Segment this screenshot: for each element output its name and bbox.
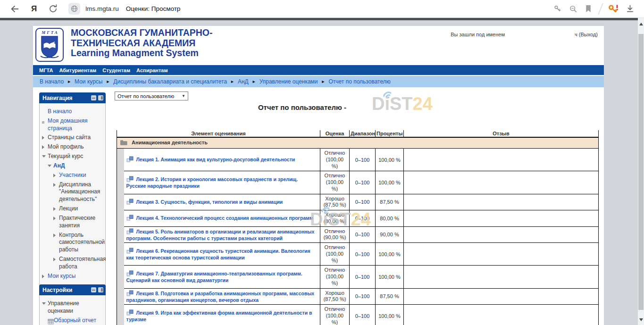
collapsed-arrow-icon[interactable] — [42, 275, 48, 278]
logo-text: МГТА — [42, 30, 59, 35]
collapsed-arrow-icon[interactable] — [53, 258, 59, 261]
grade-item-row: Лекция 9. Игра как эффективная форма ани… — [117, 305, 599, 325]
breadcrumb-separator-icon: ► — [106, 79, 110, 84]
grade-item-row: Лекция 2. История и хронология массовых … — [117, 171, 599, 194]
sidebar-item-label[interactable]: Участники — [59, 172, 86, 179]
sidebar-item-label[interactable]: Самостоятельная работа — [59, 256, 106, 271]
logout-link[interactable]: ч (Выход) — [575, 32, 598, 37]
item-cell: Лекция 4. Технологический процесс создан… — [124, 210, 320, 227]
sidebar-item-label[interactable]: Практические занятия — [59, 215, 104, 230]
sidebar-item-label[interactable]: Мой профиль — [48, 143, 84, 151]
sidebar-item-label[interactable]: Мои курсы — [48, 273, 75, 280]
grade-value: Хорошо — [323, 196, 347, 202]
refresh-icon[interactable] — [48, 4, 58, 14]
dock-block-icon[interactable] — [98, 95, 103, 100]
feedback-cell — [404, 210, 599, 227]
breadcrumb-link[interactable]: Дисциплины бакалавриата и специалитета — [113, 78, 227, 85]
collapse-block-icon[interactable] — [91, 95, 96, 100]
grade-item-link[interactable]: Лекция 1. Анимация как вид культурно-дос… — [136, 157, 295, 162]
expanded-arrow-icon[interactable] — [48, 164, 53, 167]
download-icon[interactable] — [626, 4, 635, 13]
feedback-cell — [404, 171, 599, 194]
indent-cell — [117, 305, 124, 325]
vertical-scrollbar[interactable] — [638, 18, 644, 325]
sidebar-item-label[interactable]: В начало — [48, 108, 72, 116]
breadcrumb-link[interactable]: В начало — [40, 78, 64, 85]
protect-key-icon[interactable] — [553, 5, 561, 13]
breadcrumb-link[interactable]: Управление оценками — [259, 78, 318, 85]
grade-item-link[interactable]: Лекция 7. Драматургия анимационно-театра… — [126, 271, 302, 283]
scroll-up-arrow-icon[interactable] — [639, 23, 643, 25]
url-text[interactable]: lms.mgta.ru — [85, 5, 119, 12]
breadcrumb: В начало►Мои курсы►Дисциплины бакалавриа… — [33, 76, 604, 87]
grade-item-link[interactable]: Лекция 3. Сущность, функция, типология и… — [136, 199, 283, 205]
report-type-select[interactable]: Отчет по пользователю ▼ — [115, 92, 188, 100]
top-nav: МГТААбитуриентамСтудентамАспирантам — [33, 65, 604, 75]
percent-cell: 100,00 % — [376, 149, 404, 171]
site-globe-icon[interactable] — [68, 3, 80, 15]
sidebar-item: Моя домашняя страница — [42, 117, 104, 133]
sidebar-item: Лекции — [42, 205, 104, 213]
collapsed-arrow-icon[interactable] — [53, 207, 59, 211]
indent-cell — [117, 243, 124, 266]
collapsed-arrow-icon[interactable] — [53, 174, 59, 177]
topnav-item[interactable]: Аспирантам — [136, 67, 167, 73]
range-cell: 0–100 — [350, 226, 376, 243]
lesson-icon — [126, 176, 134, 183]
collapsed-arrow-icon[interactable] — [53, 183, 59, 187]
percent-cell: 100,00 % — [376, 266, 404, 288]
topnav-item[interactable]: Студентам — [102, 67, 130, 73]
grade-item-link[interactable]: Лекция 5. Роль аниматоров в организации … — [126, 229, 315, 241]
sidebar-item-label[interactable]: Страницы сайта — [48, 134, 91, 142]
dock-block-icon[interactable] — [98, 287, 103, 292]
collapse-block-icon[interactable] — [91, 287, 96, 292]
sidebar-item-label[interactable]: Контроль самостоятельной работы — [59, 232, 105, 254]
password-alert-key-icon[interactable] — [608, 4, 618, 13]
grade-percent: (100,00 %) — [323, 251, 347, 264]
yandex-icon[interactable]: Я — [31, 4, 37, 14]
sidebar-item-label[interactable]: Обзорный отчет — [54, 317, 96, 325]
bookmark-icon[interactable] — [585, 5, 592, 13]
grade-item-link[interactable]: Лекция 2. История и хронология массовых … — [126, 176, 298, 189]
grade-item-row: Лекция 3. Сущность, функция, типология и… — [117, 194, 599, 210]
collapsed-arrow-icon[interactable] — [42, 136, 48, 140]
sidebar-item-label[interactable]: Дисциплина "Анимационная деятельность" — [59, 181, 104, 203]
sidebar-item-label[interactable]: Управление оценками — [48, 300, 104, 315]
topnav-item[interactable]: МГТА — [39, 67, 53, 73]
sidebar-item-label[interactable]: Лекции — [59, 205, 78, 213]
breadcrumb-link[interactable]: АнД — [238, 78, 249, 85]
feedback-cell — [404, 149, 599, 171]
wifi-icon — [382, 88, 395, 99]
scrollbar-thumb[interactable] — [638, 34, 644, 310]
header-percent: Проценты — [376, 130, 404, 137]
grade-item-link[interactable]: Лекция 9. Игра как эффективная форма ани… — [126, 310, 312, 322]
folder-icon — [120, 140, 127, 146]
grade-percent: (100,00 %) — [323, 179, 347, 192]
collapsed-arrow-icon[interactable] — [53, 233, 59, 237]
expanded-arrow-icon[interactable] — [42, 302, 48, 305]
breadcrumb-link[interactable]: Мои курсы — [75, 78, 102, 85]
scroll-down-arrow-icon[interactable] — [639, 318, 643, 321]
grade-item-link[interactable]: Лекция 4. Технологический процесс создан… — [136, 215, 313, 221]
grade-item-row: Лекция 1. Анимация как вид культурно-дос… — [117, 149, 599, 171]
academy-logo[interactable]: МГТА — [35, 28, 64, 62]
range-cell: 0–100 — [350, 243, 376, 266]
breadcrumb-link[interactable]: Отчет по пользователю — [329, 78, 391, 85]
grade-item-row: Лекция 7. Драматургия анимационно-театра… — [117, 266, 599, 288]
item-cell: Лекция 2. История и хронология массовых … — [124, 171, 320, 194]
back-icon[interactable] — [9, 4, 20, 14]
report-grid-icon[interactable] — [48, 319, 54, 325]
collapsed-arrow-icon[interactable] — [42, 145, 48, 149]
sidebar-item-label[interactable]: АнД — [53, 162, 65, 170]
sidebar-item: Дисциплина "Анимационная деятельность" — [42, 181, 104, 203]
grade-item-link[interactable]: Лекция 8. Подготовка и разработка анимац… — [126, 291, 315, 303]
collapsed-arrow-icon[interactable] — [53, 217, 59, 220]
range-cell: 0–100 — [350, 171, 376, 194]
grade-item-link[interactable]: Лекция 6. Рекреационная сущность туристс… — [126, 248, 310, 260]
range-cell: 0–100 — [350, 266, 376, 288]
zoom-search-icon[interactable] — [569, 5, 577, 13]
sidebar-item-label[interactable]: Моя домашняя страница — [48, 117, 104, 133]
sidebar-item-label[interactable]: Текущий курс — [48, 153, 83, 160]
expanded-arrow-icon[interactable] — [42, 155, 48, 158]
topnav-item[interactable]: Абитуриентам — [59, 67, 96, 73]
